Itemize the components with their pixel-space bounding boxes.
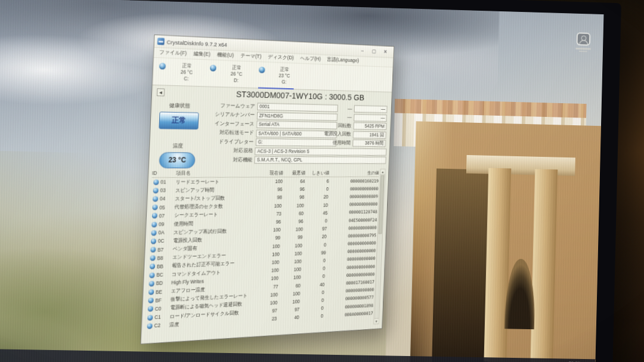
smart-worst: 100 — [281, 298, 304, 305]
tab-status: 正常 — [280, 66, 289, 73]
smart-threshold: 6 — [309, 178, 333, 184]
smart-header-cell: 現在値 — [265, 170, 287, 177]
smart-worst: 40 — [281, 314, 304, 321]
smart-header-row: ID項目名現在値最悪値しきい値生の値 — [152, 169, 379, 178]
smart-current: 99 — [262, 235, 284, 242]
smart-current: 96 — [264, 187, 287, 193]
good-status-dot-icon — [149, 273, 154, 278]
disk-tab-G[interactable]: 正常23 °CG: — [255, 63, 303, 89]
tab-scroll-left-button[interactable]: ◀ — [157, 88, 165, 96]
smart-threshold: 0 — [304, 297, 329, 304]
info-field-value: — — [354, 114, 387, 122]
smart-raw-value: 000000000795 — [331, 233, 377, 239]
smart-threshold: 40 — [305, 281, 329, 288]
smart-id: C2 — [154, 322, 169, 329]
menu-item-0[interactable]: ファイル(F) — [156, 49, 190, 57]
disk-tab-D[interactable]: 正常26 °CD: — [206, 61, 256, 88]
smart-current: 100 — [261, 259, 283, 265]
info-field-value: ACS-3 | ACS-3 Revision 5 — [255, 147, 387, 156]
smart-threshold: 97 — [307, 226, 332, 232]
temperature-button[interactable]: 23 °C — [159, 152, 195, 168]
smart-worst: 100 — [283, 274, 305, 281]
temperature-label: 温度 — [152, 142, 203, 150]
smart-id: BC — [156, 271, 172, 278]
good-status-dot-icon — [147, 323, 153, 329]
smart-raw-value: 000000000000 — [329, 272, 375, 279]
smart-status-icon — [149, 239, 158, 244]
info-field-label: 対応機能 — [206, 156, 255, 163]
smart-current: 100 — [264, 178, 287, 184]
smart-table: ID項目名現在値最悪値しきい値生の値 01リードエラーレート1006460000… — [145, 169, 386, 339]
info-field: 使用時間3876 時間 — [315, 138, 386, 148]
tab-drive-letter: D: — [234, 77, 239, 83]
smart-status-icon — [151, 180, 160, 185]
minimize-button[interactable]: – — [357, 45, 369, 56]
wallpaper-bridge — [475, 155, 566, 362]
smart-header-cell: しきい値 — [309, 169, 334, 175]
smart-worst: 60 — [286, 211, 308, 216]
smart-status-icon — [147, 273, 156, 279]
scroll-up-icon[interactable]: ▲ — [380, 169, 385, 175]
menu-item-5[interactable]: ヘルプ(H) — [297, 55, 324, 63]
smart-current: 23 — [258, 315, 281, 323]
smart-id: 0A — [158, 230, 174, 236]
menu-item-2[interactable]: 機能(U) — [213, 51, 237, 59]
smart-id: C1 — [154, 314, 170, 320]
info-field-label: 対応規格 — [206, 147, 255, 154]
close-button[interactable]: ✕ — [379, 47, 391, 57]
window-title: CrystalDiskInfo 9.7.2 x64 — [166, 38, 227, 48]
window-controls: –▢✕ — [357, 45, 391, 57]
tab-temperature: 23 °C — [278, 73, 290, 79]
menu-item-6[interactable]: 言語(Language) — [324, 56, 362, 64]
scroll-down-icon[interactable]: ▼ — [374, 318, 379, 324]
smart-status-icon — [150, 213, 159, 218]
scrollbar-thumb[interactable] — [379, 175, 385, 234]
smart-current: 100 — [261, 251, 284, 258]
good-status-dot-icon — [147, 315, 153, 321]
watermark — [574, 32, 592, 52]
good-status-dot-icon — [150, 255, 156, 261]
tab-status: 正常 — [182, 63, 192, 69]
smart-current: 77 — [260, 283, 283, 290]
health-status-button[interactable]: 正常 — [159, 112, 199, 129]
smart-worst: 60 — [283, 282, 305, 289]
menu-item-4[interactable]: ディスク(D) — [264, 54, 297, 62]
good-status-dot-icon — [152, 213, 157, 218]
smart-current: 97 — [259, 308, 281, 315]
smart-threshold: 0 — [309, 186, 333, 192]
smart-attribute-name: スタート/ストップ回数 — [175, 194, 264, 202]
good-status-dot-icon — [148, 306, 153, 311]
smart-worst: 100 — [285, 227, 308, 233]
smart-threshold: 99 — [306, 249, 330, 256]
smart-worst: 100 — [282, 290, 305, 297]
good-status-dot-icon — [152, 205, 157, 210]
smart-status-icon — [148, 255, 157, 261]
smart-current: 100 — [260, 276, 283, 282]
smart-raw-value: 000000000000 — [330, 240, 376, 247]
smart-worst: 64 — [287, 178, 309, 184]
smart-id: 07 — [159, 212, 175, 218]
good-status-dot-icon — [153, 188, 159, 193]
smart-current: 73 — [263, 211, 286, 216]
smart-threshold: 20 — [306, 234, 331, 240]
info-field-label: インターフェース — [208, 120, 257, 128]
info-field-value: — — [354, 106, 388, 113]
smart-current: 100 — [259, 292, 282, 298]
smart-current: 100 — [262, 227, 285, 233]
menu-item-3[interactable]: テーマ(T) — [237, 52, 265, 61]
disk-tab-C[interactable]: 正常26 °CC: — [155, 59, 207, 86]
system-tray: ∧○⊕◄ A 21:23 2019/12/07 — [516, 358, 596, 362]
info-field-label: 使用時間 — [315, 140, 353, 147]
smart-raw-value: 000001128748 — [332, 209, 377, 215]
smart-id: 04 — [160, 196, 175, 202]
good-status-dot-icon — [153, 196, 158, 202]
menu-item-1[interactable]: 編集(E) — [190, 51, 214, 58]
smart-current: 98 — [264, 194, 286, 200]
smart-id: B7 — [157, 246, 173, 253]
smart-status-icon — [151, 188, 160, 193]
tab-drive-letter: G: — [281, 79, 286, 85]
health-label: 健康状態 — [154, 101, 205, 110]
info-field-label: 対応転送モード — [207, 129, 256, 137]
smart-raw-value: 000000000000 — [332, 202, 378, 207]
maximize-button[interactable]: ▢ — [368, 46, 380, 57]
